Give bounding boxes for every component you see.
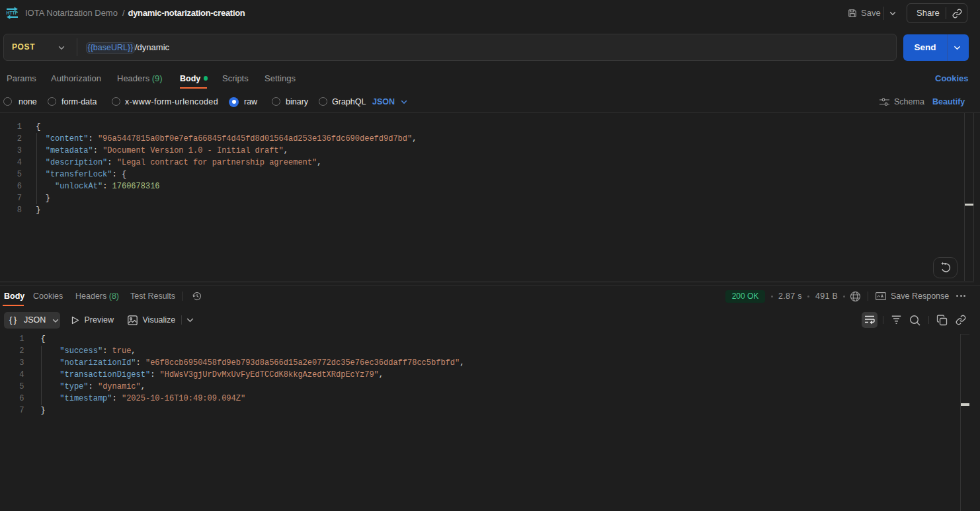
svg-text:HTTP: HTTP: [7, 10, 19, 16]
